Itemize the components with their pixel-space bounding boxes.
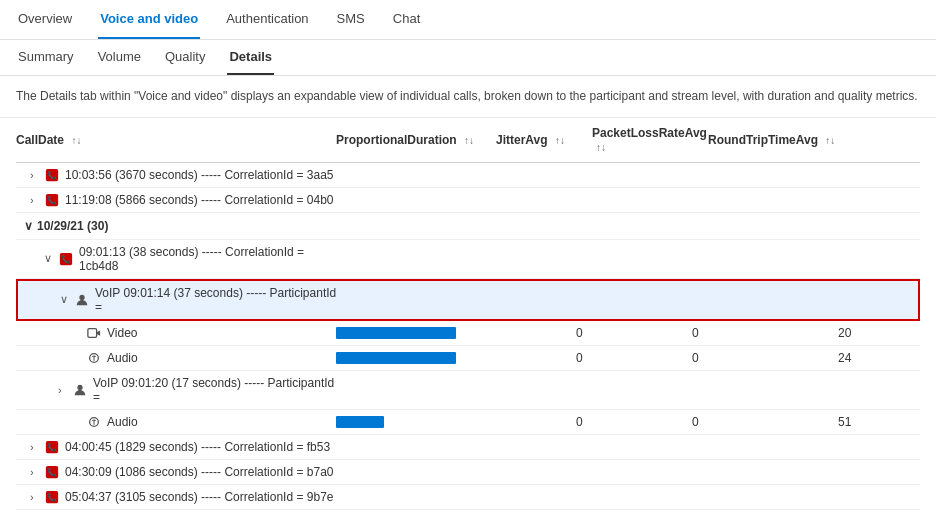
chevron-right-icon[interactable]: ›: [58, 384, 70, 396]
top-nav-item-sms[interactable]: SMS: [335, 0, 367, 39]
sub-nav-item-summary[interactable]: Summary: [16, 40, 76, 75]
top-nav-item-overview[interactable]: Overview: [16, 0, 74, 39]
table-row: ›VoIP 09:01:20 (17 seconds) ----- Partic…: [16, 371, 920, 410]
description-text: The Details tab within "Voice and video"…: [0, 76, 936, 118]
sub-nav: SummaryVolumeQualityDetails: [0, 40, 936, 76]
table-row: ›📞05:04:37 (3105 seconds) ----- Correlat…: [16, 485, 920, 510]
top-nav-item-authentication[interactable]: Authentication: [224, 0, 310, 39]
top-nav-bar: OverviewVoice and videoAuthenticationSMS…: [0, 0, 936, 40]
svg-text:📞: 📞: [47, 467, 57, 477]
row-label-text: 10:03:56 (3670 seconds) ----- Correlatio…: [65, 168, 333, 182]
svg-point-9: [77, 385, 82, 390]
jitter-value: 0: [576, 415, 592, 429]
table-row: Audio0024: [16, 346, 920, 371]
col-calldate[interactable]: CallDate ↑↓: [16, 133, 336, 147]
person-icon: [73, 383, 87, 397]
sub-nav-item-details[interactable]: Details: [227, 40, 274, 75]
svg-text:📞: 📞: [47, 442, 57, 452]
sort-icon-calldate: ↑↓: [71, 135, 81, 146]
proportion-bar: [336, 327, 456, 339]
chevron-right-icon[interactable]: ›: [30, 169, 42, 181]
sub-nav-bar: SummaryVolumeQualityDetails: [0, 40, 936, 76]
row-label-text: Audio: [107, 415, 138, 429]
table-row: ›📞04:00:45 (1829 seconds) ----- Correlat…: [16, 435, 920, 460]
group-header: ∨10/29/21 (30): [16, 213, 920, 240]
table-row: ∨📞09:01:13 (38 seconds) ----- Correlatio…: [16, 240, 920, 279]
table-row: Video0020: [16, 321, 920, 346]
chevron-right-icon[interactable]: ›: [30, 441, 42, 453]
row-label-text: 05:04:37 (3105 seconds) ----- Correlatio…: [65, 490, 333, 504]
phone-icon: 📞: [45, 193, 59, 207]
table-row: ›📞04:30:09 (1086 seconds) ----- Correlat…: [16, 460, 920, 485]
svg-text:📞: 📞: [47, 170, 57, 180]
roundTrip-value: 24: [838, 351, 854, 365]
top-nav-item-voice-and-video[interactable]: Voice and video: [98, 0, 200, 39]
phone-icon: 📞: [59, 252, 73, 266]
audio-icon: [87, 415, 101, 429]
proportion-bar: [336, 352, 456, 364]
roundTrip-value: 20: [838, 326, 854, 340]
sort-icon-roundtrip: ↑↓: [825, 135, 835, 146]
sub-nav-item-quality[interactable]: Quality: [163, 40, 207, 75]
chevron-down-icon[interactable]: ∨: [60, 293, 72, 306]
table-header: CallDate ↑↓ ProportionalDuration ↑↓ Jitt…: [16, 118, 920, 163]
table-row: ›📞10:03:56 (3670 seconds) ----- Correlat…: [16, 163, 920, 188]
audio-icon: [87, 351, 101, 365]
phone-icon: 📞: [45, 168, 59, 182]
row-label-text: VoIP 09:01:20 (17 seconds) ----- Partici…: [93, 376, 336, 404]
packetLoss-value: 0: [692, 415, 708, 429]
table-row: Audio0051: [16, 410, 920, 435]
row-label-text: 11:19:08 (5866 seconds) ----- Correlatio…: [65, 193, 333, 207]
sort-icon-jitter: ↑↓: [555, 135, 565, 146]
roundTrip-value: 51: [838, 415, 854, 429]
row-label-text: 04:00:45 (1829 seconds) ----- Correlatio…: [65, 440, 330, 454]
row-label-text: VoIP 09:01:14 (37 seconds) ----- Partici…: [95, 286, 338, 314]
chevron-right-icon[interactable]: ›: [30, 491, 42, 503]
svg-text:📞: 📞: [61, 254, 71, 264]
phone-icon: 📞: [45, 490, 59, 504]
row-label-text: Video: [107, 326, 137, 340]
jitter-value: 0: [576, 351, 592, 365]
svg-text:📞: 📞: [47, 492, 57, 502]
col-jitter[interactable]: JitterAvg ↑↓: [496, 133, 592, 147]
top-nav: OverviewVoice and videoAuthenticationSMS…: [0, 0, 936, 40]
top-nav-item-chat[interactable]: Chat: [391, 0, 422, 39]
row-label-text: Audio: [107, 351, 138, 365]
col-roundtrip[interactable]: RoundTripTimeAvg ↑↓: [708, 133, 854, 147]
table-body: ›📞10:03:56 (3670 seconds) ----- Correlat…: [16, 163, 920, 510]
phone-icon: 📞: [45, 465, 59, 479]
col-packetloss[interactable]: PacketLossRateAvg ↑↓: [592, 126, 708, 154]
svg-rect-7: [88, 328, 97, 337]
svg-point-6: [79, 295, 84, 300]
sub-nav-item-volume[interactable]: Volume: [96, 40, 143, 75]
proportional-bar-cell: [336, 352, 496, 364]
row-label-text: 09:01:13 (38 seconds) ----- CorrelationI…: [79, 245, 336, 273]
proportional-bar-cell: [336, 327, 496, 339]
table-row: ›📞11:19:08 (5866 seconds) ----- Correlat…: [16, 188, 920, 213]
chevron-down-icon[interactable]: ∨: [44, 252, 56, 265]
table-row: ∨VoIP 09:01:14 (37 seconds) ----- Partic…: [16, 279, 920, 321]
row-label-text: 04:30:09 (1086 seconds) ----- Correlatio…: [65, 465, 333, 479]
person-icon: [75, 293, 89, 307]
chevron-right-icon[interactable]: ›: [30, 466, 42, 478]
svg-text:📞: 📞: [47, 195, 57, 205]
sort-icon-prop: ↑↓: [464, 135, 474, 146]
proportion-bar: [336, 416, 384, 428]
jitter-value: 0: [576, 326, 592, 340]
packetLoss-value: 0: [692, 326, 708, 340]
packetLoss-value: 0: [692, 351, 708, 365]
phone-icon: 📞: [45, 440, 59, 454]
chevron-right-icon[interactable]: ›: [30, 194, 42, 206]
chevron-down-icon[interactable]: ∨: [24, 219, 33, 233]
col-proportional[interactable]: ProportionalDuration ↑↓: [336, 133, 496, 147]
table-container: CallDate ↑↓ ProportionalDuration ↑↓ Jitt…: [0, 118, 936, 510]
sort-icon-packet: ↑↓: [596, 142, 606, 153]
proportional-bar-cell: [336, 416, 496, 428]
video-icon: [87, 326, 101, 340]
